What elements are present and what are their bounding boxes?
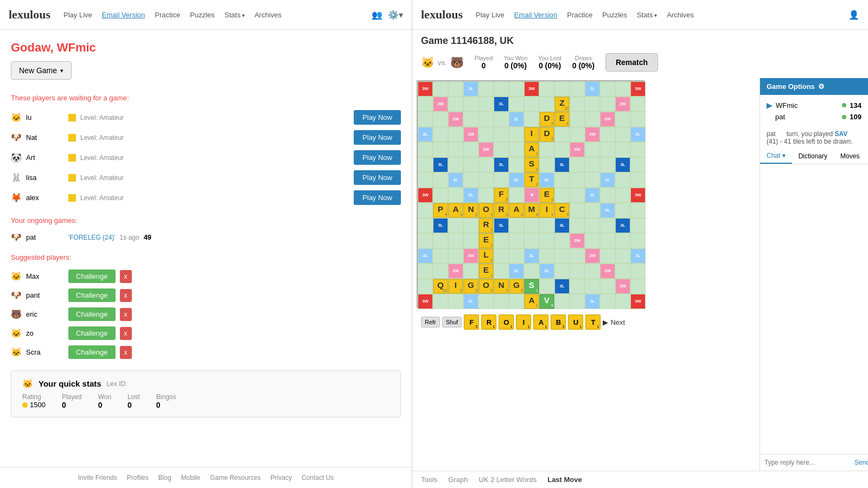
new-game-button[interactable]: New Game (11, 61, 72, 80)
send-button[interactable]: Send (850, 454, 868, 471)
footer-privacy[interactable]: Privacy (271, 474, 292, 481)
rack-tile-I[interactable]: I1 (516, 314, 531, 330)
footer-game-resources[interactable]: Game Resources (210, 474, 260, 481)
level-alex: Level: Amateur (80, 194, 349, 202)
avatar-lu: 🐱 (11, 112, 22, 123)
moves-tab[interactable]: Moves (834, 149, 866, 164)
rack-tile-U[interactable]: U1 (568, 314, 583, 330)
right-nav-stats[interactable]: Stats (637, 11, 657, 19)
you-lost-label: You Lost (538, 55, 561, 61)
rack-tile-B[interactable]: B3 (551, 314, 566, 330)
right-logo: lexulous (421, 8, 463, 22)
footer-invite[interactable]: Invite Friends (78, 474, 117, 481)
avatar-art: 🐼 (11, 152, 22, 163)
qs-rating-label: Rating (22, 393, 46, 401)
level-indicator-lu (68, 114, 76, 121)
challenge-eric[interactable]: Challenge (68, 307, 116, 321)
nav-puzzles[interactable]: Puzzles (190, 11, 215, 19)
challenge-pant[interactable]: Challenge (68, 288, 116, 302)
nav-email-version[interactable]: Email Version (102, 11, 145, 19)
qs-rating-value: 1500 (22, 401, 46, 409)
right-user-icon[interactable]: 👤 (848, 10, 859, 20)
challenge-max[interactable]: Challenge (68, 269, 116, 283)
online-dot-wfmic (842, 103, 846, 107)
rack-tile-T[interactable]: T1 (585, 314, 601, 330)
played-label: Played (475, 55, 493, 61)
vs-area: 🐱 vs. 🐻 (421, 56, 464, 69)
shuf-button[interactable]: Shuf (442, 317, 462, 328)
score-arrow: ▶ (767, 101, 773, 110)
rack-tile-R[interactable]: R1 (481, 314, 496, 330)
suggested-name-zo: zo (26, 329, 64, 337)
right-panel: lexulous Play Live Email Version Practic… (412, 0, 868, 488)
nav-archives[interactable]: Archives (254, 11, 282, 19)
level-indicator-art (68, 154, 76, 162)
dismiss-max[interactable]: x (120, 270, 132, 283)
footer-mobile[interactable]: Mobile (181, 474, 200, 481)
rack-tile-A[interactable]: A1 (533, 314, 548, 330)
play-now-lisa[interactable]: Play Now (354, 170, 401, 185)
ongoing-title: Your ongoing games: (11, 216, 401, 224)
draws-label: Draws (575, 55, 592, 61)
graph-link[interactable]: Graph (448, 476, 468, 484)
avatar-player2: 🐻 (450, 56, 464, 69)
footer-contact[interactable]: Contact Us (302, 474, 334, 481)
play-now-alex[interactable]: Play Now (354, 190, 401, 205)
level-lisa: Level: Amateur (80, 174, 349, 182)
chat-input[interactable] (760, 454, 850, 471)
quick-stats-row: Rating 1500 Played 0 Won 0 Lost 0 (22, 393, 390, 409)
right-nav-icons: 👤 (848, 10, 859, 20)
play-now-art[interactable]: Play Now (354, 150, 401, 165)
dismiss-eric[interactable]: x (120, 308, 132, 321)
right-nav-puzzles[interactable]: Puzzles (602, 11, 627, 19)
you-won-value: 0 (0%) (505, 61, 527, 70)
chat-input-area: Send (760, 454, 868, 471)
challenge-zo[interactable]: Challenge (68, 326, 116, 340)
next-button[interactable]: ▶ Next (603, 318, 625, 326)
settings-icon[interactable]: ⚙ (818, 82, 825, 91)
rack-tile-F[interactable]: F5 (464, 314, 479, 330)
qs-won-val: 0 (98, 401, 111, 409)
qs-played-label: Played (62, 393, 82, 401)
side-panel: Game Options ⚙ ▶ WFmic 134 pat 109 pat t… (760, 78, 868, 471)
rematch-button[interactable]: Rematch (605, 53, 658, 72)
left-nav-links: Play Live Email Version Practice Puzzles… (63, 11, 372, 19)
dictionary-tab[interactable]: Dictionary (792, 149, 834, 164)
nav-stats[interactable]: Stats (225, 11, 245, 19)
footer-profiles[interactable]: Profiles (127, 474, 149, 481)
waiting-item-lu: 🐱 lu Level: Amateur Play Now (11, 107, 401, 127)
uk-2-letter-link[interactable]: UK 2 Letter Words (479, 476, 537, 484)
rack-tile-O[interactable]: O1 (499, 314, 514, 330)
chat-tab[interactable]: Chat ▾ (760, 149, 792, 164)
chat-content (760, 164, 868, 454)
score-area: ▶ WFmic 134 pat 109 (760, 95, 868, 127)
last-move-link[interactable]: Last Move (547, 476, 582, 484)
game-board: // Will render via JS below (417, 80, 644, 308)
nav-play-live[interactable]: Play Live (63, 11, 92, 19)
refr-button[interactable]: Refr (421, 317, 440, 328)
dismiss-pant[interactable]: x (120, 289, 132, 302)
qs-lost-label: Lost (127, 393, 140, 401)
challenge-scra[interactable]: Challenge (68, 345, 116, 359)
dismiss-zo[interactable]: x (120, 327, 132, 340)
play-now-nat[interactable]: Play Now (354, 130, 401, 145)
quick-stats-lexid: Lex ID: (107, 380, 127, 388)
footer-blog[interactable]: Blog (158, 474, 171, 481)
play-now-lu[interactable]: Play Now (354, 110, 401, 125)
right-nav-archives[interactable]: Archives (667, 11, 694, 19)
right-nav: lexulous Play Live Email Version Practic… (412, 0, 868, 30)
qs-bingos-col: Bingos 0 (156, 393, 176, 409)
right-nav-practice[interactable]: Practice (567, 11, 592, 19)
suggested-name-pant: pant (26, 291, 64, 299)
gear-icon[interactable]: ⚙️▾ (388, 10, 403, 20)
dismiss-scra[interactable]: x (120, 346, 132, 359)
right-nav-play-live[interactable]: Play Live (476, 11, 505, 19)
right-nav-email[interactable]: Email Version (514, 11, 557, 19)
friends-icon[interactable]: 👥 (372, 10, 382, 20)
tools-link[interactable]: Tools (421, 476, 437, 484)
qs-lost-col: Lost 0 (127, 393, 140, 409)
score-name-pat: pat (767, 113, 839, 121)
nav-practice[interactable]: Practice (155, 11, 180, 19)
qs-won-label: Won (98, 393, 111, 401)
qs-rating-col: Rating 1500 (22, 393, 46, 409)
